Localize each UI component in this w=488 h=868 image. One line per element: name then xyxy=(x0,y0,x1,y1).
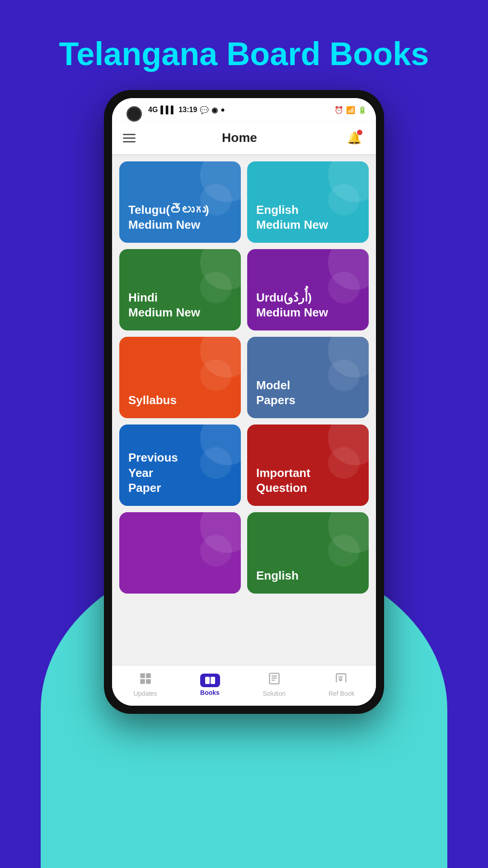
menu-button[interactable] xyxy=(123,134,136,142)
nav-refbook[interactable]: Ref Book xyxy=(328,672,355,697)
card-english-label: EnglishMedium New xyxy=(256,203,328,233)
app-header: Home 🔔 xyxy=(112,122,376,154)
nav-books[interactable]: Books xyxy=(200,674,220,696)
updates-icon xyxy=(139,672,152,688)
nav-solution[interactable]: Solution xyxy=(263,672,286,697)
whatsapp-icon: 💬 xyxy=(200,106,209,114)
wifi-icon: 📶 xyxy=(346,106,355,114)
phone-screen: 4G ▌▌▌ 13:19 💬 ◉ ● ⏰ 📶 🔋 Home 🔔 xyxy=(112,98,376,706)
nav-updates[interactable]: Updates xyxy=(133,672,157,697)
nav-refbook-label: Ref Book xyxy=(328,690,355,697)
card-previous[interactable]: PreviousYearPaper xyxy=(119,425,241,506)
card-english[interactable]: EnglishMedium New xyxy=(247,161,369,243)
alarm-icon: ⏰ xyxy=(334,106,343,114)
svg-rect-3 xyxy=(146,679,151,684)
card-telugu-label: Telugu(తెలుగు)Medium New xyxy=(128,203,209,233)
svg-rect-2 xyxy=(140,679,145,684)
status-left: 4G ▌▌▌ 13:19 💬 ◉ ● xyxy=(148,106,225,114)
dot-icon: ● xyxy=(221,106,225,114)
battery-icon: 🔋 xyxy=(358,106,367,114)
card-important[interactable]: ImportantQuestion xyxy=(247,425,369,506)
card-urdu-label: Urdu(أُردُو)Medium New xyxy=(256,290,328,321)
app-title: Telangana Board Books xyxy=(59,36,429,72)
refbook-icon xyxy=(335,672,348,688)
header-title: Home xyxy=(222,131,257,145)
card-previous-label: PreviousYearPaper xyxy=(128,450,178,496)
card-model[interactable]: ModelPapers xyxy=(247,337,369,418)
card-hindi[interactable]: HindiMedium New xyxy=(119,249,241,330)
card-syllabus-label: Syllabus xyxy=(128,393,177,408)
svg-rect-4 xyxy=(205,677,210,684)
svg-point-10 xyxy=(339,679,342,681)
card-english2-label: English xyxy=(256,568,299,584)
phone-shell: 4G ▌▌▌ 13:19 💬 ◉ ● ⏰ 📶 🔋 Home 🔔 xyxy=(104,90,384,714)
card-telugu[interactable]: Telugu(తెలుగు)Medium New xyxy=(119,161,241,243)
nav-solution-label: Solution xyxy=(263,690,286,697)
books-icon xyxy=(200,674,220,687)
svg-rect-0 xyxy=(140,674,145,679)
carrier-text: 4G xyxy=(148,106,158,114)
card-purple[interactable] xyxy=(119,512,241,594)
signal-icon: ▌▌▌ xyxy=(160,106,176,114)
svg-rect-5 xyxy=(211,677,215,684)
time-text: 13:19 xyxy=(178,106,197,114)
card-syllabus[interactable]: Syllabus xyxy=(119,337,241,418)
status-bar: 4G ▌▌▌ 13:19 💬 ◉ ● ⏰ 📶 🔋 xyxy=(112,98,376,122)
status-right: ⏰ 📶 🔋 xyxy=(334,106,367,114)
svg-rect-1 xyxy=(146,674,151,679)
card-hindi-label: HindiMedium New xyxy=(128,290,200,321)
card-english2[interactable]: English xyxy=(247,512,369,594)
card-important-label: ImportantQuestion xyxy=(256,466,310,496)
card-model-label: ModelPapers xyxy=(256,378,296,409)
notification-button[interactable]: 🔔 xyxy=(343,127,365,149)
circle-icon: ◉ xyxy=(211,106,218,114)
card-urdu[interactable]: Urdu(أُردُو)Medium New xyxy=(247,249,369,330)
card-grid: Telugu(తెలుగు)Medium New EnglishMedium N… xyxy=(112,154,376,665)
nav-updates-label: Updates xyxy=(133,690,157,697)
nav-books-label: Books xyxy=(200,689,220,696)
solution-icon xyxy=(268,672,281,688)
camera-hole xyxy=(127,106,142,122)
bottom-nav: Updates Books Solution Ref Book xyxy=(112,665,376,706)
notification-dot xyxy=(357,130,362,135)
